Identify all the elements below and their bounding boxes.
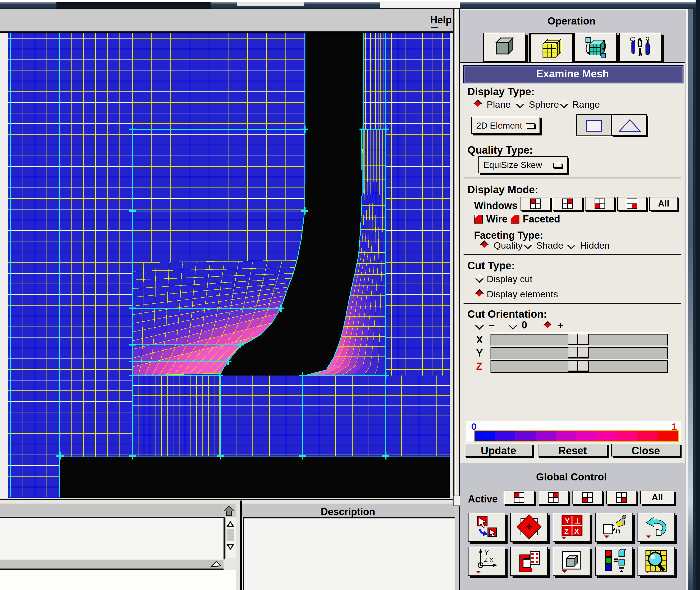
- svg-text:⊥: ⊥: [574, 517, 581, 525]
- svg-text:X: X: [574, 527, 579, 535]
- svg-text:Y: Y: [565, 517, 570, 525]
- svg-text:Z: Z: [484, 557, 488, 563]
- svg-text:Y: Y: [485, 549, 489, 556]
- svg-text:X: X: [489, 557, 494, 563]
- svg-text:Z: Z: [564, 527, 569, 535]
